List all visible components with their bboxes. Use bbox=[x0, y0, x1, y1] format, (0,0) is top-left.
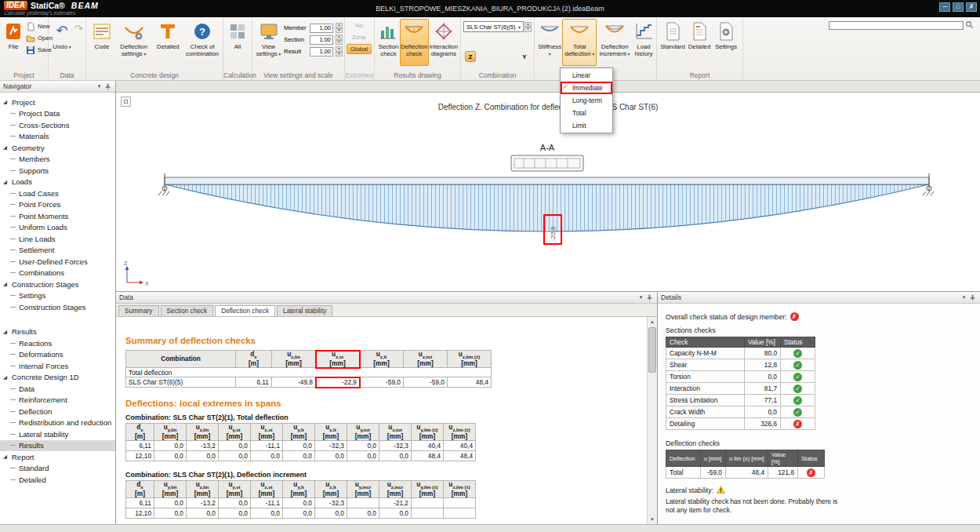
undo-button[interactable]: ↶ Undo bbox=[51, 19, 73, 66]
panel-menu-caret-icon[interactable]: ▾ bbox=[637, 293, 645, 302]
nav-group-results[interactable]: Results bbox=[0, 326, 115, 338]
search-input[interactable] bbox=[829, 21, 964, 30]
deflection-increment-button[interactable]: Deflection increment bbox=[597, 19, 633, 66]
nav-item[interactable]: Point Forces bbox=[0, 199, 115, 211]
nav-item[interactable]: Materials bbox=[0, 131, 115, 143]
report-settings-button[interactable]: Settings bbox=[713, 19, 739, 66]
menu-item-immediate[interactable]: ✓ Immediate bbox=[561, 82, 612, 94]
nav-item[interactable]: Uniform Loads bbox=[0, 222, 115, 234]
tab-lateral-stability[interactable]: Lateral stability bbox=[277, 305, 332, 316]
nav-item[interactable]: Settings bbox=[0, 290, 115, 302]
ribbon-group-concrete-design: Code Deflection settings Detailed bbox=[86, 17, 223, 80]
menu-item-long-term[interactable]: Long-term bbox=[561, 94, 612, 107]
nav-group-concrete-design-1d[interactable]: Concrete Design 1D bbox=[0, 372, 115, 384]
combination-select[interactable]: SLS Char ST(6)(5) bbox=[463, 21, 524, 32]
nav-group-geometry[interactable]: Geometry bbox=[0, 142, 115, 154]
nav-item[interactable]: Detailed bbox=[0, 474, 115, 486]
extremes-no-button[interactable]: No bbox=[347, 20, 372, 31]
menu-item-limit[interactable]: Limit bbox=[561, 119, 612, 132]
highlighted-uzst-value: -22,9 bbox=[316, 377, 360, 388]
extremes-zone-button[interactable]: Zone bbox=[347, 32, 372, 42]
nav-group-project[interactable]: Project bbox=[0, 97, 115, 108]
nav-item[interactable]: Cross-Sections bbox=[0, 119, 115, 131]
status-pass-icon bbox=[793, 361, 802, 370]
nav-item-results-selected[interactable]: Results bbox=[0, 440, 115, 452]
nav-item[interactable]: Deformations bbox=[0, 349, 115, 361]
nav-item[interactable]: Standard bbox=[0, 463, 115, 475]
member-scale-input[interactable] bbox=[310, 24, 333, 33]
nav-item[interactable]: Load Cases bbox=[0, 188, 115, 199]
sections-checks-table: Check Value [%] Status Capacity N-M-M80,… bbox=[666, 337, 815, 430]
menu-item-linear[interactable]: Linear bbox=[561, 69, 612, 82]
section-scale-spinner[interactable]: ▲▼ bbox=[336, 35, 343, 45]
scroll-up-icon[interactable]: ▲ bbox=[648, 317, 657, 326]
status-pass-icon bbox=[793, 349, 802, 358]
scroll-down-icon[interactable]: ▼ bbox=[648, 515, 657, 524]
file-button[interactable]: File bbox=[2, 19, 24, 66]
direction-y-button[interactable]: Y bbox=[519, 51, 530, 62]
nav-item[interactable]: User-Defined Forces bbox=[0, 256, 115, 268]
fit-to-view-icon[interactable] bbox=[121, 97, 131, 107]
direction-z-button[interactable]: Z bbox=[465, 51, 476, 62]
nav-item[interactable]: Line Loads bbox=[0, 233, 115, 245]
redo-button[interactable]: ↷ bbox=[73, 19, 84, 66]
report-standard-button[interactable]: Standard bbox=[659, 19, 686, 66]
detailed-button[interactable]: Detailed bbox=[153, 19, 184, 66]
combination-spinner[interactable]: ▲▼ bbox=[524, 22, 532, 32]
search-icon[interactable] bbox=[965, 18, 974, 32]
nav-item[interactable]: Combinations bbox=[0, 268, 115, 279]
stiffness-button[interactable]: Stiffness bbox=[537, 19, 562, 66]
nav-item[interactable]: Point Moments bbox=[0, 210, 115, 222]
minimize-button[interactable] bbox=[939, 2, 950, 12]
settings-gear-icon bbox=[716, 21, 736, 42]
nav-item[interactable]: Reactions bbox=[0, 337, 115, 349]
section-check-button[interactable]: Section check bbox=[377, 19, 400, 66]
result-scale-spinner[interactable]: ▲▼ bbox=[336, 46, 343, 56]
nav-group-construction-stages[interactable]: Construction Stages bbox=[0, 279, 115, 290]
section-scale-input[interactable] bbox=[310, 35, 333, 45]
pin-icon[interactable] bbox=[968, 293, 977, 302]
load-history-button[interactable]: Load history bbox=[633, 19, 655, 66]
nav-item[interactable]: Supports bbox=[0, 165, 115, 177]
calculate-all-button[interactable]: All bbox=[226, 19, 249, 66]
pin-icon[interactable] bbox=[103, 82, 112, 91]
member-scale-spinner[interactable]: ▲▼ bbox=[336, 23, 343, 33]
view-settings-button[interactable]: View settings bbox=[255, 19, 282, 66]
nav-item-data[interactable]: Data bbox=[0, 383, 115, 395]
tab-summary[interactable]: Summary bbox=[118, 305, 159, 316]
group-label-project: Project bbox=[0, 71, 48, 79]
nav-group-loads[interactable]: Loads bbox=[0, 177, 115, 188]
nav-item[interactable]: Members bbox=[0, 154, 115, 166]
nav-item[interactable]: Settlement bbox=[0, 245, 115, 257]
nav-item[interactable]: Construction Stages bbox=[0, 301, 115, 313]
tab-deflection-check[interactable]: Deflection check bbox=[215, 305, 275, 316]
deflection-settings-button[interactable]: Deflection settings bbox=[115, 19, 153, 66]
vertical-scrollbar[interactable]: ▲ ▼ bbox=[647, 317, 657, 524]
nav-item-redistribution[interactable]: Redistribution and reduction bbox=[0, 417, 115, 429]
nav-item-deflection[interactable]: Deflection bbox=[0, 406, 115, 417]
panel-menu-caret-icon[interactable]: ▾ bbox=[960, 293, 968, 302]
total-deflection-button[interactable]: Total deflection bbox=[562, 19, 597, 66]
check-of-combination-button[interactable]: ? Check of combination bbox=[183, 19, 221, 66]
nav-item[interactable]: Internal Forces bbox=[0, 360, 115, 372]
scrollbar-thumb[interactable] bbox=[648, 327, 656, 373]
deflection-check-button[interactable]: Deflection check bbox=[400, 19, 429, 66]
interaction-diagrams-button[interactable]: Interaction diagrams bbox=[429, 19, 459, 66]
beam-viewport[interactable]: Deflection Z. Combination for deflection… bbox=[116, 93, 980, 291]
result-scale-input[interactable] bbox=[310, 47, 333, 56]
nav-item-reinforcement[interactable]: Reinforcement bbox=[0, 395, 115, 406]
main-tabstrip bbox=[116, 81, 980, 93]
extremes-global-button[interactable]: Global bbox=[347, 44, 372, 54]
panel-menu-caret-icon[interactable]: ▾ bbox=[95, 82, 103, 91]
close-button[interactable] bbox=[966, 2, 977, 12]
menu-item-total[interactable]: Total bbox=[561, 107, 612, 119]
ribbon-group-combination: SLS Char ST(6)(5) ▲▼ Z Y Combination bbox=[461, 17, 535, 80]
tab-section-check[interactable]: Section check bbox=[161, 305, 214, 316]
nav-group-report[interactable]: Report bbox=[0, 451, 115, 463]
nav-item[interactable]: Project Data bbox=[0, 108, 115, 120]
pin-icon[interactable] bbox=[645, 293, 654, 302]
code-button[interactable]: Code bbox=[89, 19, 115, 66]
maximize-button[interactable] bbox=[953, 2, 964, 12]
nav-item-lateral-stability[interactable]: Lateral stability bbox=[0, 428, 115, 440]
report-detailed-button[interactable]: Detailed bbox=[686, 19, 713, 66]
